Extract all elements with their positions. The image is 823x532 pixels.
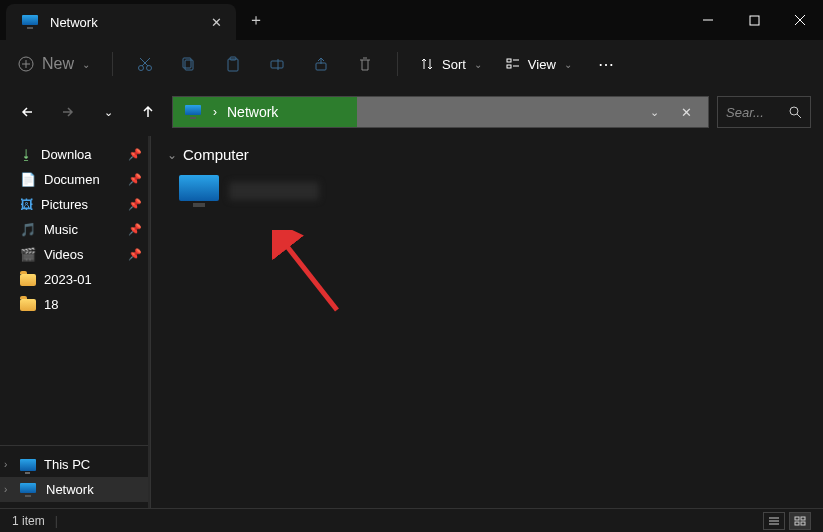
network-icon xyxy=(22,15,40,29)
chevron-down-icon: ⌄ xyxy=(82,59,90,70)
pc-icon xyxy=(20,459,36,471)
download-icon: ⭳ xyxy=(20,147,33,162)
chevron-down-icon: ⌄ xyxy=(650,106,659,119)
svg-rect-18 xyxy=(507,59,511,62)
chevron-down-icon: ⌄ xyxy=(167,148,177,162)
tab-network[interactable]: Network ✕ xyxy=(6,4,236,40)
view-icon xyxy=(506,57,520,71)
sidebar-item-label: 18 xyxy=(44,297,142,312)
recent-button[interactable]: ⌄ xyxy=(92,96,124,128)
sidebar-item-folder[interactable]: 2023-01 xyxy=(0,267,150,292)
sidebar-item-this-pc[interactable]: › This PC xyxy=(0,452,150,477)
sidebar-item-label: Network xyxy=(46,482,142,497)
tab-close-button[interactable]: ✕ xyxy=(208,14,224,30)
svg-rect-13 xyxy=(228,59,238,71)
sort-label: Sort xyxy=(442,57,466,72)
sidebar-item-label: Documen xyxy=(44,172,120,187)
content-pane[interactable]: ⌄ Computer xyxy=(151,136,823,508)
chevron-right-icon: › xyxy=(213,105,217,119)
sidebar-item-label: This PC xyxy=(44,457,142,472)
rename-button[interactable] xyxy=(257,46,297,82)
delete-button[interactable] xyxy=(345,46,385,82)
view-label: View xyxy=(528,57,556,72)
new-tab-button[interactable]: ＋ xyxy=(236,10,276,31)
copy-button[interactable] xyxy=(169,46,209,82)
sidebar-scrollbar[interactable] xyxy=(140,136,150,508)
view-button[interactable]: View ⌄ xyxy=(496,51,582,78)
group-title: Computer xyxy=(183,146,249,163)
network-icon xyxy=(20,483,38,497)
refresh-button[interactable]: ✕ xyxy=(672,98,700,126)
sidebar: ⭳ Downloa 📌 📄 Documen 📌 🖼 Pictures 📌 🎵 M… xyxy=(0,136,150,508)
minimize-icon xyxy=(702,14,714,26)
svg-point-7 xyxy=(139,66,144,71)
more-button[interactable]: ⋯ xyxy=(586,49,628,80)
chevron-down-icon: ⌄ xyxy=(474,59,482,70)
title-bar: Network ✕ ＋ xyxy=(0,0,823,40)
sidebar-item-network[interactable]: › Network xyxy=(0,477,150,502)
plus-circle-icon xyxy=(18,56,34,72)
sidebar-item-videos[interactable]: 🎬 Videos 📌 xyxy=(0,242,150,267)
paste-button[interactable] xyxy=(213,46,253,82)
toolbar-divider xyxy=(112,52,113,76)
minimize-button[interactable] xyxy=(685,0,731,40)
svg-rect-1 xyxy=(750,16,759,25)
sidebar-item-pictures[interactable]: 🖼 Pictures 📌 xyxy=(0,192,150,217)
rename-icon xyxy=(269,56,285,72)
cut-icon xyxy=(137,56,153,72)
network-computer-item[interactable] xyxy=(171,171,327,211)
sidebar-item-downloads[interactable]: ⭳ Downloa 📌 xyxy=(0,142,150,167)
sidebar-item-folder[interactable]: 18 xyxy=(0,292,150,317)
address-segment[interactable]: › Network xyxy=(173,97,357,127)
view-details-toggle[interactable] xyxy=(763,512,785,530)
svg-rect-15 xyxy=(271,61,283,68)
cut-button[interactable] xyxy=(125,46,165,82)
paste-icon xyxy=(225,56,241,72)
sidebar-item-music[interactable]: 🎵 Music 📌 xyxy=(0,217,150,242)
body: ⭳ Downloa 📌 📄 Documen 📌 🖼 Pictures 📌 🎵 M… xyxy=(0,136,823,508)
svg-rect-19 xyxy=(507,65,511,68)
chevron-down-icon: ⌄ xyxy=(564,59,572,70)
address-text: Network xyxy=(227,104,278,120)
svg-line-9 xyxy=(142,58,150,66)
back-button[interactable] xyxy=(12,96,44,128)
new-label: New xyxy=(42,55,74,73)
address-dropdown-button[interactable]: ⌄ xyxy=(640,98,668,126)
computer-name-redacted xyxy=(229,182,319,200)
copy-icon xyxy=(181,56,197,72)
sort-button[interactable]: Sort ⌄ xyxy=(410,51,492,78)
forward-button[interactable] xyxy=(52,96,84,128)
svg-point-22 xyxy=(790,107,798,115)
svg-rect-31 xyxy=(801,522,805,525)
svg-rect-28 xyxy=(795,517,799,520)
window-controls xyxy=(685,0,823,40)
share-icon xyxy=(313,56,329,72)
folder-icon xyxy=(20,274,36,286)
search-placeholder: Sear... xyxy=(726,105,783,120)
svg-rect-29 xyxy=(801,517,805,520)
search-input[interactable]: Sear... xyxy=(717,96,811,128)
svg-point-8 xyxy=(147,66,152,71)
share-button[interactable] xyxy=(301,46,341,82)
maximize-button[interactable] xyxy=(731,0,777,40)
chevron-down-icon: ⌄ xyxy=(104,106,113,119)
status-bar: 1 item | xyxy=(0,508,823,532)
address-bar[interactable]: › Network ⌄ ✕ xyxy=(172,96,709,128)
close-icon: ✕ xyxy=(681,105,692,120)
chevron-right-icon: › xyxy=(4,484,7,495)
arrow-right-icon xyxy=(60,104,76,120)
view-large-toggle[interactable] xyxy=(789,512,811,530)
svg-rect-30 xyxy=(795,522,799,525)
maximize-icon xyxy=(749,15,760,26)
folder-icon xyxy=(20,299,36,311)
music-icon: 🎵 xyxy=(20,222,36,237)
close-button[interactable] xyxy=(777,0,823,40)
new-button[interactable]: New ⌄ xyxy=(8,49,100,79)
up-button[interactable] xyxy=(132,96,164,128)
sidebar-item-documents[interactable]: 📄 Documen 📌 xyxy=(0,167,150,192)
status-item-count: 1 item xyxy=(12,514,45,528)
sidebar-item-label: Music xyxy=(44,222,120,237)
document-icon: 📄 xyxy=(20,172,36,187)
group-header-computer[interactable]: ⌄ Computer xyxy=(167,146,807,163)
toolbar-divider xyxy=(397,52,398,76)
